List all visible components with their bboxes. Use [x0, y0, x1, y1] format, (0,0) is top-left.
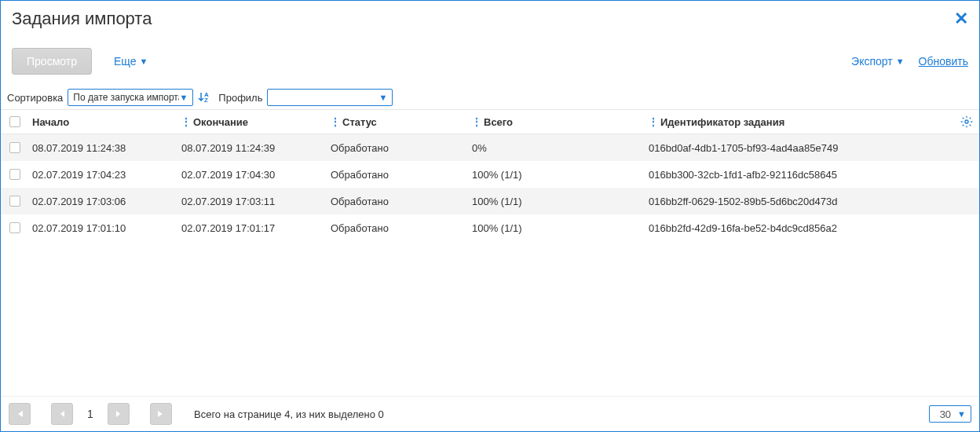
cell-end: 02.07.2019 17:03:11 [178, 196, 327, 207]
export-menu[interactable]: Экспорт ▼ [851, 55, 905, 68]
cell-start: 02.07.2019 17:01:10 [29, 222, 178, 234]
cell-total: 0% [469, 142, 645, 154]
select-all-cell [1, 116, 29, 127]
chevron-down-icon: ▼ [896, 57, 905, 66]
column-header-start[interactable]: Начало [29, 116, 178, 128]
toolbar: Просмотр Еще ▼ Экспорт ▼ Обновить [1, 34, 979, 86]
sort-label: Сортировка [7, 92, 63, 104]
column-resize-handle[interactable]: ⋮ [331, 116, 339, 127]
select-all-checkbox[interactable] [9, 116, 20, 127]
cell-id: 016bd0af-4db1-1705-bf93-4ad4aa85e749 [645, 142, 979, 154]
first-page-button[interactable] [9, 403, 31, 425]
column-label: Всего [484, 116, 513, 128]
next-page-button[interactable] [108, 403, 130, 425]
filter-bar: Сортировка По дате запуска импорта ▼ AZ … [1, 86, 979, 109]
row-check-cell [1, 169, 29, 180]
column-resize-handle[interactable]: ⋮ [649, 116, 657, 127]
table-row[interactable]: 02.07.2019 17:03:0602.07.2019 17:03:11Об… [1, 188, 979, 214]
table: Начало ⋮ Окончание ⋮ Статус ⋮ Всего ⋮ Ид… [1, 109, 979, 396]
pagesize-value: 30 [940, 408, 951, 420]
row-check-cell [1, 196, 29, 207]
chevron-down-icon: ▼ [179, 93, 188, 102]
chevron-down-icon: ▼ [957, 409, 966, 419]
svg-point-2 [965, 120, 968, 123]
cell-id: 016bb2fd-42d9-16fa-be52-b4dc9cd856a2 [645, 222, 979, 234]
column-label: Окончание [193, 116, 248, 128]
view-button[interactable]: Просмотр [12, 48, 92, 75]
column-resize-handle[interactable]: ⋮ [472, 116, 481, 127]
row-check-cell [1, 222, 29, 233]
table-row[interactable]: 02.07.2019 17:01:1002.07.2019 17:01:17Об… [1, 214, 979, 241]
column-label: Начало [32, 116, 69, 128]
sort-select[interactable]: По дате запуска импорта ▼ [68, 89, 193, 106]
pagesize-select[interactable]: 30 ▼ [929, 405, 971, 423]
profile-select[interactable]: ▼ [267, 89, 393, 106]
export-label: Экспорт [851, 55, 893, 68]
column-resize-handle[interactable]: ⋮ [181, 116, 190, 127]
column-label: Статус [342, 116, 377, 128]
pager-status: Всего на странице 4, из них выделено 0 [194, 408, 384, 420]
titlebar: Задания импорта ✕ [1, 1, 979, 34]
cell-status: Обработано [327, 169, 469, 181]
sort-value: По дате запуска импорта [73, 92, 179, 103]
cell-id: 016bb2ff-0629-1502-89b5-5d6bc20d473d [645, 196, 979, 207]
gear-icon[interactable] [960, 115, 973, 128]
column-header-total[interactable]: ⋮ Всего [469, 116, 645, 128]
page-number: 1 [79, 408, 101, 420]
close-icon[interactable]: ✕ [954, 10, 968, 27]
row-checkbox[interactable] [9, 169, 20, 180]
import-tasks-window: Задания импорта ✕ Просмотр Еще ▼ Экспорт… [0, 0, 980, 432]
more-label: Еще [114, 55, 137, 68]
cell-end: 02.07.2019 17:01:17 [178, 222, 327, 234]
profile-label: Профиль [218, 92, 262, 104]
prev-page-button[interactable] [51, 403, 73, 425]
table-row[interactable]: 02.07.2019 17:04:2302.07.2019 17:04:30Об… [1, 161, 979, 188]
row-checkbox[interactable] [9, 222, 20, 233]
window-title: Задания импорта [12, 9, 152, 29]
cell-end: 02.07.2019 17:04:30 [178, 169, 327, 181]
cell-status: Обработано [327, 196, 469, 207]
cell-start: 02.07.2019 17:03:06 [29, 196, 178, 207]
column-label: Идентификатор задания [660, 116, 784, 128]
row-check-cell [1, 142, 29, 153]
refresh-link[interactable]: Обновить [919, 55, 968, 68]
svg-text:Z: Z [204, 97, 208, 104]
last-page-button[interactable] [150, 403, 172, 425]
cell-start: 02.07.2019 17:04:23 [29, 169, 178, 181]
row-checkbox[interactable] [9, 142, 20, 153]
row-checkbox[interactable] [9, 196, 20, 207]
table-row[interactable]: 08.07.2019 11:24:3808.07.2019 11:24:39Об… [1, 134, 979, 161]
column-header-id[interactable]: ⋮ Идентификатор задания [645, 116, 979, 128]
cell-start: 08.07.2019 11:24:38 [29, 142, 178, 154]
sort-direction-icon[interactable]: AZ [198, 91, 210, 104]
cell-total: 100% (1/1) [469, 169, 645, 181]
cell-status: Обработано [327, 222, 469, 234]
cell-end: 08.07.2019 11:24:39 [178, 142, 327, 154]
chevron-down-icon: ▼ [139, 57, 148, 66]
cell-status: Обработано [327, 142, 469, 154]
cell-total: 100% (1/1) [469, 222, 645, 234]
table-header: Начало ⋮ Окончание ⋮ Статус ⋮ Всего ⋮ Ид… [1, 109, 979, 134]
column-header-status[interactable]: ⋮ Статус [327, 116, 469, 128]
cell-id: 016bb300-32cb-1fd1-afb2-92116dc58645 [645, 169, 979, 181]
cell-total: 100% (1/1) [469, 196, 645, 207]
more-menu[interactable]: Еще ▼ [114, 55, 148, 68]
pager: 1 Всего на странице 4, из них выделено 0… [1, 396, 979, 431]
column-header-end[interactable]: ⋮ Окончание [178, 116, 327, 128]
chevron-down-icon: ▼ [379, 93, 388, 102]
